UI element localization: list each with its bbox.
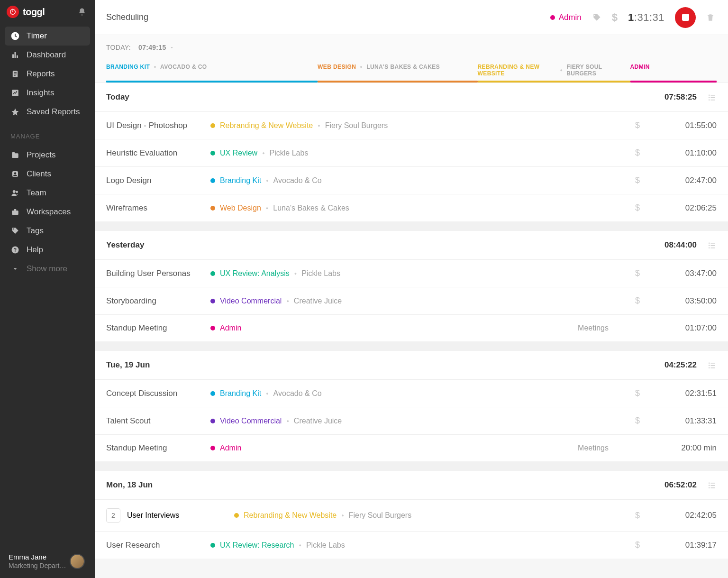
nav-label: Clients [27,169,51,179]
brand[interactable]: toggl [7,6,45,18]
today-summary[interactable]: TODAY: 07:49:15 [106,44,717,51]
svg-rect-16 [12,211,18,215]
entry-client: Creative Juice [294,417,342,425]
entry-client: Pickle Labs [306,541,345,550]
entry-duration: 01:10:00 [646,148,717,158]
entry-project[interactable]: Admin [220,444,241,452]
nav-item-insights[interactable]: Insights [5,83,90,102]
entry-project[interactable]: Admin [220,324,241,332]
nav-label: Saved Reports [27,107,80,117]
entry-task: UI Design - Photoshop [106,121,210,130]
nav-item-workspaces[interactable]: Workspaces [5,202,90,221]
project-dot [210,178,215,183]
svg-point-13 [14,172,17,174]
svg-point-26 [709,243,710,244]
entry-billable-icon[interactable]: $ [629,175,646,185]
entry-count[interactable]: 2 [106,508,120,523]
time-entry[interactable]: Building User PersonasUX Review: Analysi… [95,259,728,287]
project-dot [550,15,555,20]
time-entry[interactable]: Logo DesignBranding Kit●Avocado & Co$02:… [95,166,728,194]
billable-icon[interactable]: $ [612,11,618,24]
entry-project[interactable]: Rebranding & New Website [244,511,337,520]
list-toggle-icon[interactable] [707,240,717,250]
entry-project[interactable]: UX Review: Research [220,541,294,550]
time-entry[interactable]: 2User InterviewsRebranding & New Website… [95,499,728,531]
segment-web-design[interactable]: WEB DESIGN●LUNA'S BAKES & CAKES [318,64,478,83]
time-entry[interactable]: Standup MeetingAdminMeetings01:07:00 [95,314,728,341]
sidebar-user[interactable]: Emma Jane Marketing Depart… [0,546,95,578]
nav-item-clients[interactable]: Clients [5,165,90,183]
entry-task: Concept Discussion [106,389,210,398]
nav-label: Show more [27,264,67,274]
time-entry[interactable]: User ResearchUX Review: Research●Pickle … [95,531,728,559]
briefcase-icon [10,208,20,216]
nav-item-tags[interactable]: Tags [5,221,90,240]
time-entry[interactable]: WireframesWeb Design●Luna's Bakes & Cake… [95,194,728,221]
time-entry[interactable]: UI Design - PhotoshopRebranding & New We… [95,111,728,139]
entry-project[interactable]: Branding Kit [220,176,261,185]
notifications-icon[interactable] [78,8,86,16]
tag-icon[interactable] [592,13,601,22]
entry-project[interactable]: Branding Kit [220,389,261,398]
list-toggle-icon[interactable] [707,480,717,490]
entry-project[interactable]: Video Commercial [220,417,282,425]
entry-billable-icon[interactable]: $ [629,540,646,550]
time-entry[interactable]: Heuristic EvaluationUX Review●Pickle Lab… [95,139,728,166]
project-dot [210,543,215,548]
nav-item-projects[interactable]: Projects [5,146,90,165]
nav-item-team[interactable]: Team [5,183,90,202]
entry-client: Creative Juice [294,297,342,305]
star-icon [10,108,20,116]
entry-task: Logo Design [106,176,210,185]
entry-project[interactable]: Web Design [220,204,261,212]
segment-branding-kit[interactable]: BRANDING KIT●AVOCADO & CO [106,64,318,83]
doc-icon [10,70,20,78]
project-dot [210,123,215,128]
nav-item-help[interactable]: ?Help [5,240,90,259]
avatar [71,555,84,568]
entry-project[interactable]: UX Review [220,149,257,157]
nav-item-timer[interactable]: Timer [5,27,90,46]
time-entry[interactable]: Standup MeetingAdminMeetings20:00 min [95,434,728,461]
svg-rect-17 [14,209,17,211]
segment-rebranding-new-website[interactable]: REBRANDING & NEW WEBSITE●FIERY SOUL BURG… [478,64,630,83]
entry-project[interactable]: Rebranding & New Website [220,121,313,130]
entry-billable-icon[interactable]: $ [629,416,646,426]
svg-rect-4 [12,55,14,58]
time-entry[interactable]: Concept DiscussionBranding Kit●Avocado &… [95,379,728,407]
current-task-title[interactable]: Scheduling [106,12,148,22]
entry-billable-icon[interactable]: $ [629,148,646,158]
nav-label: Insights [27,88,55,98]
nav-item-reports[interactable]: Reports [5,64,90,83]
nav-item-show-more[interactable]: Show more [5,259,90,278]
entry-task: Talent Scout [106,416,210,426]
nav-item-saved-reports[interactable]: Saved Reports [5,102,90,121]
entry-billable-icon[interactable]: $ [629,203,646,213]
entry-billable-icon[interactable]: $ [629,268,646,278]
svg-rect-27 [711,243,715,244]
entry-project[interactable]: Video Commercial [220,297,282,305]
stop-button[interactable] [675,7,696,28]
time-entry[interactable]: StoryboardingVideo Commercial●Creative J… [95,287,728,314]
list-toggle-icon[interactable] [707,360,717,370]
segment-admin[interactable]: ADMIN [630,64,717,83]
entry-billable-icon[interactable]: $ [629,296,646,306]
entry-client: Luna's Bakes & Cakes [273,204,349,212]
entry-billable-icon[interactable]: $ [629,511,646,521]
time-entry[interactable]: Talent ScoutVideo Commercial●Creative Ju… [95,407,728,434]
nav-label: Help [27,245,43,255]
entry-billable-icon[interactable]: $ [629,120,646,130]
entry-billable-icon[interactable]: $ [629,388,646,398]
entry-tag[interactable]: Meetings [578,444,609,452]
day-total: 04:25:22 [664,360,697,370]
entry-tag[interactable]: Meetings [578,324,609,332]
discard-icon[interactable] [706,13,715,22]
nav-item-dashboard[interactable]: Dashboard [5,46,90,64]
nav-label: Tags [27,226,44,236]
svg-rect-37 [711,367,715,368]
entry-project[interactable]: UX Review: Analysis [220,269,290,278]
current-project[interactable]: Admin [550,13,582,22]
svg-point-42 [709,487,710,489]
project-dot [210,419,215,423]
list-toggle-icon[interactable] [707,92,717,102]
